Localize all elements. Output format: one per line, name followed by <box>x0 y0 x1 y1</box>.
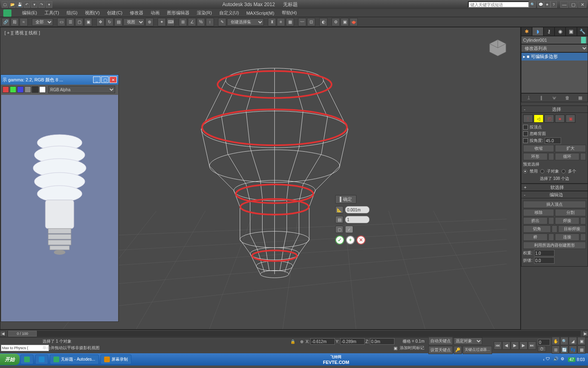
zoom-all-icon[interactable]: ⊞ <box>552 346 560 354</box>
key-filters-button[interactable]: 关键点过滤器... <box>463 346 492 354</box>
segments-icon[interactable]: ▤ <box>335 216 343 223</box>
connect-button[interactable]: 连接 <box>555 233 579 241</box>
loop-button[interactable]: 循环 <box>555 153 579 160</box>
clear-icon[interactable] <box>39 86 46 93</box>
prev-frame-button[interactable]: ◀ <box>0 331 6 337</box>
mirror-icon[interactable]: ⧗ <box>268 18 276 26</box>
goto-start-icon[interactable]: ⏮ <box>494 341 502 350</box>
time-slider-handle[interactable]: 0 / 100 <box>8 331 37 337</box>
vertex-mode-icon[interactable]: ⋮ <box>523 114 533 123</box>
clock[interactable]: 8:03 <box>577 357 585 362</box>
menu-edit[interactable]: 编辑(E) <box>22 10 37 16</box>
polygon-mode-icon[interactable]: ■ <box>555 114 565 123</box>
play-icon[interactable]: ▶ <box>511 341 519 350</box>
motion-tab-icon[interactable]: ◉ <box>555 27 566 36</box>
hierarchy-tab-icon[interactable]: ⚷ <box>543 27 555 36</box>
soft-selection-rollout[interactable]: +软选择 <box>521 184 588 191</box>
prev-frame-icon[interactable]: ◀ <box>502 341 510 350</box>
show-end-icon[interactable]: ∥ <box>538 94 545 101</box>
bridge-settings-button[interactable] <box>548 233 554 241</box>
quick-launch-1[interactable] <box>20 355 33 364</box>
green-channel-icon[interactable] <box>10 86 16 93</box>
redo-icon[interactable]: ↷ <box>38 1 45 8</box>
open-toggle[interactable]: ✓ <box>345 226 353 233</box>
taskbar-item-3dsmax[interactable]: 无标题 - Autodes... <box>50 355 99 364</box>
create-shape-button[interactable]: 利用所选内容创建图形 <box>523 242 586 249</box>
render-frame-icon[interactable]: ▣ <box>341 18 349 26</box>
alpha-channel-icon[interactable] <box>24 86 31 93</box>
menu-views[interactable]: 视图(V) <box>85 10 100 16</box>
crease-spinner[interactable] <box>534 257 555 264</box>
tray-icon-1[interactable]: 🛡 <box>546 357 552 362</box>
walk-icon[interactable]: 👣 <box>569 346 577 354</box>
grow-button[interactable]: 扩大 <box>555 145 586 152</box>
curve-editor-icon[interactable]: 〰 <box>298 18 306 26</box>
target-weld-button[interactable]: 目标焊接 <box>558 225 586 233</box>
render-setup-icon[interactable]: ⚙ <box>332 18 340 26</box>
move-icon[interactable]: ✥ <box>96 18 105 26</box>
loop-spinner[interactable] <box>580 153 586 160</box>
named-sel-icon[interactable]: ✎ <box>218 18 226 26</box>
split-button[interactable]: 分割 <box>555 209 586 216</box>
selection-filter-dropdown[interactable]: 全部 <box>32 18 53 26</box>
viewcube[interactable] <box>488 38 508 58</box>
weld-settings-button[interactable] <box>580 217 586 224</box>
angle-spinner[interactable] <box>545 137 561 144</box>
menu-rendering[interactable]: 渲染(R) <box>197 10 212 16</box>
channel-dropdown[interactable]: RGB Alpha <box>48 86 115 93</box>
fov-icon[interactable]: ◢ <box>569 337 577 345</box>
menu-tools[interactable]: 工具(T) <box>45 10 59 16</box>
weld-button[interactable]: 焊接 <box>555 217 579 224</box>
ignore-backfacing-checkbox[interactable] <box>523 131 528 136</box>
unlink-icon[interactable]: ⛓ <box>11 18 19 26</box>
mono-channel-icon[interactable] <box>32 86 38 93</box>
menu-maxscript[interactable]: MAXScript(M) <box>246 11 274 16</box>
border-mode-icon[interactable]: ◰ <box>544 114 554 123</box>
current-frame-input[interactable] <box>538 339 550 346</box>
undo-dropdown-icon[interactable]: ▾ <box>31 1 38 8</box>
y-coord-input[interactable] <box>340 338 365 345</box>
next-frame-icon[interactable]: ▶ <box>519 341 528 350</box>
time-tag-icon[interactable]: ▣ <box>394 346 397 350</box>
chamfer-settings-button[interactable] <box>552 225 557 233</box>
help-icon[interactable]: ? <box>550 1 557 8</box>
render-close-button[interactable]: ✕ <box>109 76 117 83</box>
pan-view-icon[interactable]: ✋ <box>552 337 560 345</box>
cancel-button[interactable]: ✕ <box>356 236 365 245</box>
system-tray[interactable]: ‹ 🛡 🔊 ⚙ 47 8:03 <box>540 357 588 362</box>
comm-center-icon[interactable]: 💬 <box>537 1 544 8</box>
next-frame-button[interactable]: ▶ <box>582 331 588 337</box>
maximize-button[interactable]: ▢ <box>569 1 577 8</box>
open-icon[interactable]: ▢ <box>335 226 343 233</box>
ref-coord-dropdown[interactable]: 视图 <box>123 18 145 26</box>
lock-icon[interactable]: 🔒 <box>290 339 295 344</box>
close-button[interactable]: ✕ <box>578 1 586 8</box>
keyboard-shortcut-icon[interactable]: ⌨ <box>167 18 175 26</box>
edge-mode-icon[interactable]: ◁ <box>534 114 543 123</box>
bridge-button[interactable]: 桥 <box>523 233 548 241</box>
insert-vertex-button[interactable]: 插入顶点 <box>523 201 586 208</box>
remove-button[interactable]: 移除 <box>523 209 554 216</box>
layers-icon[interactable]: ▦ <box>286 18 294 26</box>
help-search-input[interactable] <box>468 1 529 8</box>
orbit-icon[interactable]: 🔄 <box>560 346 568 354</box>
redo-dropdown-icon[interactable]: ▾ <box>46 1 52 8</box>
zoom-extents-icon[interactable]: ▣ <box>577 337 586 345</box>
search-icon[interactable]: 🔍 <box>529 1 536 8</box>
red-channel-icon[interactable] <box>2 86 9 93</box>
chamfer-button[interactable]: 切角 <box>523 225 551 233</box>
display-tab-icon[interactable]: ▣ <box>566 27 577 36</box>
selection-rollout-header[interactable]: -选择 <box>521 105 588 113</box>
ok-button[interactable]: ✓ <box>335 236 344 245</box>
modifier-list-dropdown[interactable]: 修改器列表 <box>521 44 588 52</box>
time-config-icon[interactable]: ⏱ <box>538 346 546 352</box>
rotate-icon[interactable]: ↻ <box>105 18 114 26</box>
viewport[interactable]: [ + ][ 透视 ][ 线框 ] <box>0 27 521 330</box>
utilities-tab-icon[interactable]: 🔧 <box>577 27 588 36</box>
viewport-label[interactable]: [ + ][ 透视 ][ 线框 ] <box>4 30 40 36</box>
z-coord-input[interactable] <box>370 338 394 345</box>
apply-button[interactable]: + <box>346 236 355 245</box>
scale-icon[interactable]: ▤ <box>114 18 122 26</box>
tray-icon-2[interactable]: 🔊 <box>553 357 559 362</box>
x-coord-input[interactable] <box>310 338 335 345</box>
